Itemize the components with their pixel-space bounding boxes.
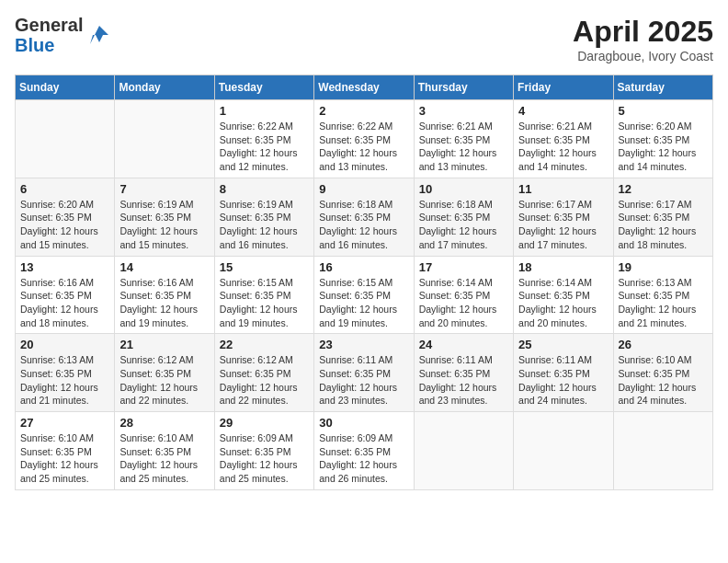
calendar-day-cell: 10Sunrise: 6:18 AM Sunset: 6:35 PM Dayli…	[414, 178, 513, 256]
day-number: 21	[119, 338, 209, 351]
day-number: 30	[319, 416, 408, 430]
day-info: Sunrise: 6:19 AM Sunset: 6:35 PM Dayligh…	[220, 198, 309, 252]
logo-blue-text: Blue	[15, 35, 83, 55]
day-info: Sunrise: 6:22 AM Sunset: 6:35 PM Dayligh…	[319, 120, 408, 174]
day-info: Sunrise: 6:11 AM Sunset: 6:35 PM Dayligh…	[319, 353, 408, 408]
day-info: Sunrise: 6:13 AM Sunset: 6:35 PM Dayligh…	[20, 353, 109, 408]
calendar-week-row: 1Sunrise: 6:22 AM Sunset: 6:35 PM Daylig…	[16, 100, 713, 178]
day-info: Sunrise: 6:17 AM Sunset: 6:35 PM Dayligh…	[619, 198, 708, 252]
title-block: April 2025 Daragboue, Ivory Coast	[573, 15, 713, 63]
calendar-day-cell: 8Sunrise: 6:19 AM Sunset: 6:35 PM Daylig…	[214, 178, 313, 256]
day-info: Sunrise: 6:16 AM Sunset: 6:35 PM Dayligh…	[20, 276, 109, 330]
calendar-day-cell	[16, 100, 115, 178]
day-number: 24	[419, 338, 508, 351]
calendar-week-row: 27Sunrise: 6:10 AM Sunset: 6:35 PM Dayli…	[16, 412, 713, 490]
day-number: 26	[619, 338, 708, 351]
calendar-day-cell	[115, 100, 214, 178]
location-subtitle: Daragboue, Ivory Coast	[573, 49, 713, 63]
calendar-day-cell: 21Sunrise: 6:12 AM Sunset: 6:35 PM Dayli…	[115, 334, 214, 412]
day-number: 16	[319, 260, 408, 274]
day-info: Sunrise: 6:10 AM Sunset: 6:35 PM Dayligh…	[20, 431, 109, 486]
weekday-header-sunday: Sunday	[16, 75, 115, 100]
day-number: 8	[220, 182, 309, 196]
calendar-day-cell: 14Sunrise: 6:16 AM Sunset: 6:35 PM Dayli…	[115, 256, 214, 334]
calendar-day-cell: 25Sunrise: 6:11 AM Sunset: 6:35 PM Dayli…	[514, 334, 613, 412]
weekday-header-thursday: Thursday	[414, 75, 513, 100]
day-info: Sunrise: 6:21 AM Sunset: 6:35 PM Dayligh…	[518, 120, 608, 174]
day-number: 19	[619, 260, 708, 274]
calendar-day-cell: 1Sunrise: 6:22 AM Sunset: 6:35 PM Daylig…	[214, 100, 313, 178]
weekday-header-tuesday: Tuesday	[214, 75, 313, 100]
day-number: 10	[419, 182, 508, 196]
calendar-day-cell: 22Sunrise: 6:12 AM Sunset: 6:35 PM Dayli…	[214, 334, 313, 412]
weekday-header-saturday: Saturday	[613, 75, 712, 100]
calendar-day-cell: 6Sunrise: 6:20 AM Sunset: 6:35 PM Daylig…	[16, 178, 115, 256]
day-number: 28	[119, 416, 209, 430]
calendar-day-cell: 4Sunrise: 6:21 AM Sunset: 6:35 PM Daylig…	[514, 100, 613, 178]
calendar-day-cell: 5Sunrise: 6:20 AM Sunset: 6:35 PM Daylig…	[613, 100, 712, 178]
day-number: 18	[518, 260, 608, 274]
day-info: Sunrise: 6:13 AM Sunset: 6:35 PM Dayligh…	[619, 276, 708, 330]
day-number: 2	[319, 104, 408, 118]
day-info: Sunrise: 6:16 AM Sunset: 6:35 PM Dayligh…	[119, 276, 209, 330]
day-info: Sunrise: 6:15 AM Sunset: 6:35 PM Dayligh…	[220, 276, 309, 330]
day-info: Sunrise: 6:20 AM Sunset: 6:35 PM Dayligh…	[619, 120, 708, 174]
day-number: 6	[20, 182, 109, 196]
day-number: 14	[119, 260, 209, 274]
day-info: Sunrise: 6:18 AM Sunset: 6:35 PM Dayligh…	[319, 198, 408, 252]
weekday-header-row: SundayMondayTuesdayWednesdayThursdayFrid…	[16, 75, 713, 100]
calendar-week-row: 6Sunrise: 6:20 AM Sunset: 6:35 PM Daylig…	[16, 178, 713, 256]
calendar-day-cell: 15Sunrise: 6:15 AM Sunset: 6:35 PM Dayli…	[214, 256, 313, 334]
logo-icon	[86, 22, 112, 48]
calendar-day-cell: 26Sunrise: 6:10 AM Sunset: 6:35 PM Dayli…	[613, 334, 712, 412]
day-number: 15	[220, 260, 309, 274]
day-number: 12	[619, 182, 708, 196]
day-number: 22	[220, 338, 309, 351]
calendar-day-cell: 18Sunrise: 6:14 AM Sunset: 6:35 PM Dayli…	[514, 256, 613, 334]
calendar-day-cell: 30Sunrise: 6:09 AM Sunset: 6:35 PM Dayli…	[314, 412, 414, 490]
day-info: Sunrise: 6:12 AM Sunset: 6:35 PM Dayligh…	[119, 353, 209, 408]
calendar-day-cell: 20Sunrise: 6:13 AM Sunset: 6:35 PM Dayli…	[16, 334, 115, 412]
day-number: 20	[20, 338, 109, 351]
day-info: Sunrise: 6:12 AM Sunset: 6:35 PM Dayligh…	[220, 353, 309, 408]
day-number: 13	[20, 260, 109, 274]
calendar-day-cell: 27Sunrise: 6:10 AM Sunset: 6:35 PM Dayli…	[16, 412, 115, 490]
day-info: Sunrise: 6:11 AM Sunset: 6:35 PM Dayligh…	[419, 353, 508, 408]
day-info: Sunrise: 6:09 AM Sunset: 6:35 PM Dayligh…	[220, 431, 309, 486]
day-info: Sunrise: 6:21 AM Sunset: 6:35 PM Dayligh…	[419, 120, 508, 174]
calendar-day-cell: 3Sunrise: 6:21 AM Sunset: 6:35 PM Daylig…	[414, 100, 513, 178]
day-number: 27	[20, 416, 109, 430]
calendar-day-cell	[414, 412, 513, 490]
page-header: General Blue April 2025 Daragboue, Ivory…	[15, 15, 713, 63]
logo: General Blue	[15, 15, 112, 55]
day-number: 25	[518, 338, 608, 351]
day-number: 4	[518, 104, 608, 118]
calendar-day-cell: 7Sunrise: 6:19 AM Sunset: 6:35 PM Daylig…	[115, 178, 214, 256]
day-info: Sunrise: 6:15 AM Sunset: 6:35 PM Dayligh…	[319, 276, 408, 330]
calendar-day-cell: 17Sunrise: 6:14 AM Sunset: 6:35 PM Dayli…	[414, 256, 513, 334]
day-info: Sunrise: 6:10 AM Sunset: 6:35 PM Dayligh…	[619, 353, 708, 408]
day-number: 5	[619, 104, 708, 118]
day-info: Sunrise: 6:10 AM Sunset: 6:35 PM Dayligh…	[119, 431, 209, 486]
calendar-day-cell: 2Sunrise: 6:22 AM Sunset: 6:35 PM Daylig…	[314, 100, 414, 178]
day-number: 17	[419, 260, 508, 274]
calendar-week-row: 20Sunrise: 6:13 AM Sunset: 6:35 PM Dayli…	[16, 334, 713, 412]
day-info: Sunrise: 6:14 AM Sunset: 6:35 PM Dayligh…	[419, 276, 508, 330]
day-number: 3	[419, 104, 508, 118]
svg-marker-0	[90, 26, 108, 44]
day-info: Sunrise: 6:18 AM Sunset: 6:35 PM Dayligh…	[419, 198, 508, 252]
day-number: 23	[319, 338, 408, 351]
calendar-day-cell	[613, 412, 712, 490]
calendar-day-cell	[514, 412, 613, 490]
calendar-week-row: 13Sunrise: 6:16 AM Sunset: 6:35 PM Dayli…	[16, 256, 713, 334]
weekday-header-wednesday: Wednesday	[314, 75, 414, 100]
calendar-day-cell: 11Sunrise: 6:17 AM Sunset: 6:35 PM Dayli…	[514, 178, 613, 256]
month-title: April 2025	[573, 15, 713, 49]
weekday-header-friday: Friday	[514, 75, 613, 100]
day-number: 11	[518, 182, 608, 196]
day-number: 1	[220, 104, 309, 118]
calendar-day-cell: 12Sunrise: 6:17 AM Sunset: 6:35 PM Dayli…	[613, 178, 712, 256]
day-info: Sunrise: 6:17 AM Sunset: 6:35 PM Dayligh…	[518, 198, 608, 252]
calendar-day-cell: 28Sunrise: 6:10 AM Sunset: 6:35 PM Dayli…	[115, 412, 214, 490]
day-info: Sunrise: 6:20 AM Sunset: 6:35 PM Dayligh…	[20, 198, 109, 252]
